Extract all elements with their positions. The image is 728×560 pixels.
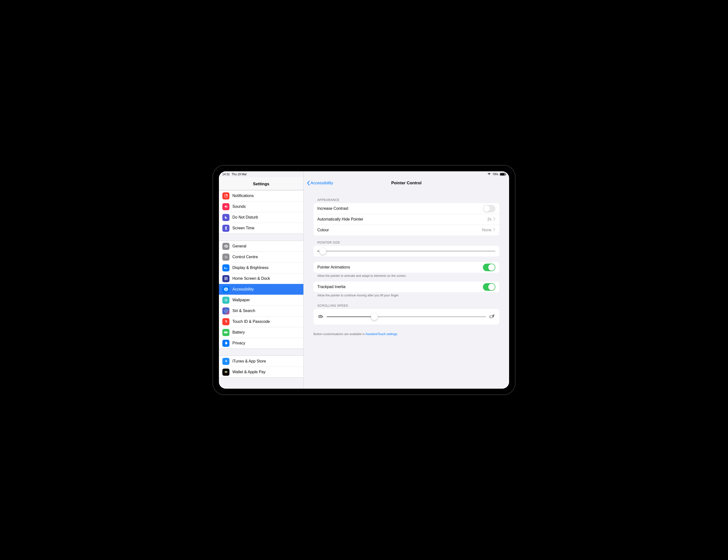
- sidebar-group-2: General Control Centre AA Display & Brig…: [219, 241, 303, 349]
- svg-rect-33: [225, 372, 227, 373]
- sidebar-item-label: Sounds: [232, 204, 246, 209]
- sidebar-item-home[interactable]: Home Screen & Dock: [219, 273, 303, 284]
- row-auto-hide[interactable]: Automatically Hide Pointer 2s: [313, 214, 499, 225]
- svg-point-20: [226, 288, 226, 289]
- svg-point-2: [225, 256, 226, 257]
- trackpad-inertia-card: Trackpad Inertia: [313, 281, 499, 292]
- sidebar-item-wallet[interactable]: Wallet & Apple Pay: [219, 367, 303, 377]
- svg-point-35: [489, 316, 493, 318]
- accessibility-icon: [222, 286, 229, 293]
- svg-rect-3: [226, 256, 227, 257]
- svg-point-26: [225, 309, 227, 312]
- sidebar-item-dnd[interactable]: Do Not Disturb: [219, 212, 303, 223]
- appearance-card: Increase Contrast Automatically Hide Poi…: [313, 203, 499, 236]
- slider-thumb[interactable]: [319, 248, 326, 255]
- sidebar-item-control[interactable]: Control Centre: [219, 252, 303, 263]
- svg-rect-7: [227, 258, 227, 258]
- toggle-trackpad-inertia[interactable]: [483, 283, 495, 291]
- svg-text:A: A: [224, 267, 226, 270]
- sidebar-item-battery[interactable]: Battery: [219, 327, 303, 338]
- pointer-size-slider[interactable]: [317, 251, 495, 252]
- sidebar-item-label: Battery: [232, 330, 245, 334]
- apps-icon: [222, 275, 229, 282]
- svg-point-25: [227, 300, 227, 300]
- svg-rect-14: [226, 278, 226, 279]
- sidebar-item-label: Do Not Disturb: [232, 215, 258, 220]
- sidebar-item-label: Wallpaper: [232, 298, 250, 302]
- sidebar-item-general[interactable]: General: [219, 241, 303, 252]
- speaker-icon: [222, 203, 229, 210]
- status-date: Thu 19 Mar: [232, 173, 247, 176]
- svg-rect-29: [227, 332, 228, 333]
- hourglass-icon: [222, 225, 229, 232]
- svg-text:A: A: [226, 267, 227, 270]
- sidebar-item-wallpaper[interactable]: Wallpaper: [219, 295, 303, 305]
- sidebar-item-display[interactable]: AA Display & Brightness: [219, 263, 303, 273]
- toggle-pointer-animations[interactable]: [483, 264, 495, 271]
- svg-rect-12: [227, 277, 227, 278]
- sidebar-item-label: Siri & Search: [232, 308, 255, 313]
- sidebar-item-screentime[interactable]: Screen Time: [219, 223, 303, 234]
- status-bar: 14:31 Thu 19 Mar 79%: [219, 171, 509, 177]
- row-label: Pointer Animations: [317, 265, 350, 270]
- sidebar-item-touchid[interactable]: Touch ID & Passcode: [219, 316, 303, 327]
- text-size-icon: AA: [222, 264, 229, 272]
- flower-icon: [222, 296, 229, 304]
- svg-rect-32: [225, 372, 227, 372]
- rabbit-icon: [489, 314, 495, 320]
- sidebar-item-notifications[interactable]: Notifications: [219, 191, 303, 201]
- toggle-increase-contrast[interactable]: [483, 205, 495, 213]
- sidebar-item-label: Display & Brightness: [232, 266, 269, 270]
- slider-thumb[interactable]: [371, 313, 378, 320]
- sidebar-title: Settings: [219, 177, 303, 190]
- gear-icon: [222, 243, 229, 250]
- sidebar-item-siri[interactable]: Siri & Search: [219, 305, 303, 316]
- sidebar-item-label: Wallet & Apple Pay: [232, 370, 265, 374]
- row-pointer-animations[interactable]: Pointer Animations: [313, 262, 499, 273]
- screen: 14:31 Thu 19 Mar 79% Settings Notificati…: [219, 171, 509, 389]
- svg-point-1: [226, 194, 227, 196]
- svg-point-5: [226, 257, 227, 258]
- turtle-icon: [317, 314, 324, 320]
- siri-icon: [222, 307, 229, 314]
- sidebar-item-label: General: [232, 244, 246, 249]
- svg-point-24: [224, 300, 225, 300]
- fingerprint-icon: [222, 318, 229, 325]
- row-label: Automatically Hide Pointer: [317, 217, 363, 222]
- sidebar-item-label: Screen Time: [232, 226, 254, 230]
- scrolling-speed-slider[interactable]: [327, 316, 486, 317]
- scrolling-speed-header: SCROLLING SPEED: [313, 298, 499, 309]
- hand-icon: [222, 340, 229, 347]
- scrolling-speed-slider-card: [313, 309, 499, 324]
- sidebar: Settings Notifications Sounds: [219, 171, 304, 389]
- row-label: Increase Contrast: [317, 206, 348, 211]
- pointer-size-slider-card: [313, 246, 499, 257]
- sidebar-item-sounds[interactable]: Sounds: [219, 201, 303, 212]
- row-colour[interactable]: Colour None: [313, 225, 499, 236]
- button-customisations-note: Button customisations are available in A…: [313, 331, 499, 337]
- pointer-size-header: POINTER SIZE: [313, 236, 499, 246]
- sidebar-item-label: Privacy: [232, 341, 245, 345]
- sidebar-item-accessibility[interactable]: Accessibility: [219, 284, 303, 295]
- svg-rect-31: [225, 371, 227, 372]
- sidebar-item-itunes[interactable]: iTunes & App Store: [219, 356, 303, 367]
- svg-rect-15: [227, 278, 227, 279]
- sidebar-item-label: Notifications: [232, 194, 254, 198]
- sidebar-item-label: Accessibility: [232, 287, 254, 291]
- notification-icon: [222, 192, 229, 200]
- colour-value: None: [482, 228, 491, 232]
- row-increase-contrast[interactable]: Increase Contrast: [313, 203, 499, 214]
- assistivetouch-link[interactable]: AssistiveTouch settings: [366, 332, 397, 336]
- battery-pct: 79%: [492, 173, 498, 176]
- row-trackpad-inertia[interactable]: Trackpad Inertia: [313, 281, 499, 292]
- sidebar-group-1: Notifications Sounds Do Not Disturb: [219, 190, 303, 234]
- row-label: Trackpad Inertia: [317, 284, 346, 289]
- back-button[interactable]: Accessibility: [307, 181, 333, 186]
- svg-rect-30: [225, 371, 227, 371]
- svg-point-22: [226, 298, 226, 299]
- pointer-animations-note: Allow the pointer to animate and adapt t…: [313, 273, 499, 279]
- ipad-frame: 14:31 Thu 19 Mar 79% Settings Notificati…: [213, 165, 515, 395]
- sidebar-item-privacy[interactable]: Privacy: [219, 338, 303, 348]
- sidebar-group-3: iTunes & App Store Wallet & Apple Pay: [219, 356, 303, 378]
- svg-rect-16: [225, 279, 225, 280]
